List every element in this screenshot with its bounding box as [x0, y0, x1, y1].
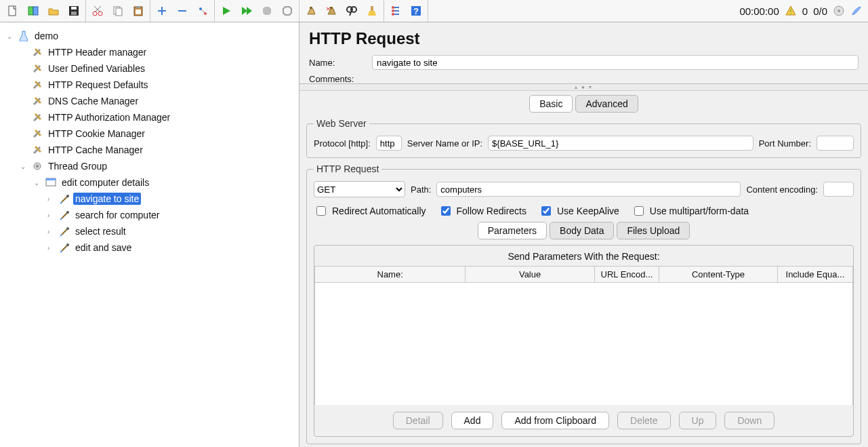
cut-icon[interactable]	[89, 2, 106, 20]
svg-line-70	[62, 229, 67, 235]
search-icon[interactable]	[343, 2, 360, 20]
chevron-right-icon: ›	[47, 195, 56, 203]
add-from-clipboard-button[interactable]: Add from Clipboard	[501, 412, 609, 429]
tree-sampler[interactable]: ›search for computer	[45, 207, 299, 223]
chk-multipart[interactable]: Use multipart/form-data	[632, 204, 749, 218]
pipette-icon	[58, 193, 70, 205]
tree-config-item[interactable]: HTTP Cache Manager	[18, 142, 299, 158]
parameters-rows-empty[interactable]	[314, 283, 853, 405]
method-select[interactable]: GET	[314, 181, 405, 197]
svg-point-45	[838, 9, 840, 12]
encoding-label: Content encoding:	[746, 184, 818, 195]
tree-config-item[interactable]: HTTP Cookie Manager	[18, 125, 299, 142]
port-label: Port Number:	[759, 138, 811, 149]
tree-sampler[interactable]: ›select result	[45, 223, 299, 239]
function-helper-icon[interactable]	[387, 2, 405, 20]
add-button[interactable]: Add	[451, 412, 494, 429]
tree-thread-group[interactable]: ⌄ Thread Group	[18, 158, 299, 174]
start-icon[interactable]	[218, 2, 235, 20]
down-button[interactable]: Down	[724, 412, 774, 429]
chevron-right-icon: ›	[47, 228, 56, 235]
wrench-icon	[31, 144, 43, 156]
path-label: Path:	[411, 184, 431, 195]
tree-sampler[interactable]: ›edit and save	[45, 239, 299, 256]
expand-icon[interactable]	[153, 2, 171, 20]
path-field[interactable]	[436, 182, 741, 197]
chevron-down-icon: ⌄	[7, 33, 15, 40]
name-field[interactable]	[372, 55, 859, 70]
open-icon[interactable]	[45, 2, 62, 20]
tree-test-plan[interactable]: ⌄ demo	[4, 28, 299, 44]
toggle-icon[interactable]	[194, 2, 211, 20]
thread-ratio: 0/0	[813, 5, 827, 17]
protocol-field[interactable]	[376, 136, 402, 151]
port-field[interactable]	[817, 136, 854, 151]
clear-all-icon[interactable]	[323, 2, 340, 20]
wrench-icon	[31, 128, 43, 140]
new-icon[interactable]	[4, 2, 22, 20]
templates-icon[interactable]	[24, 2, 42, 20]
tree-sampler[interactable]: ›navigate to site	[45, 191, 299, 207]
help-icon[interactable]: ?	[407, 2, 425, 20]
svg-rect-14	[136, 9, 141, 14]
parameters-table: Send Parameters With the Request: Name: …	[314, 245, 854, 437]
collapse-grip[interactable]: ▴ ● ▾	[299, 84, 868, 91]
tab-files-upload[interactable]: Files Upload	[617, 222, 690, 239]
toolbar: ? 00:00:00 ! 0 0/0	[0, 0, 868, 22]
clear-icon[interactable]	[302, 2, 320, 20]
svg-line-73	[62, 246, 67, 251]
running-icon	[833, 5, 845, 17]
copy-icon[interactable]	[109, 2, 127, 20]
reset-search-icon[interactable]	[363, 2, 381, 20]
tab-parameters[interactable]: Parameters	[478, 222, 547, 239]
tree-config-item[interactable]: HTTP Authorization Manager	[18, 109, 299, 125]
encoding-field[interactable]	[823, 182, 854, 197]
detail-button[interactable]: Detail	[393, 412, 443, 429]
config-tabs: Basic Advanced	[306, 95, 861, 113]
tree-config-item[interactable]: User Defined Variables	[18, 60, 299, 77]
tree-sidebar[interactable]: ⌄ demo HTTP Header managerUser Defined V…	[0, 22, 299, 447]
svg-marker-25	[283, 7, 291, 15]
tab-advanced[interactable]: Advanced	[575, 95, 638, 113]
delete-button[interactable]: Delete	[617, 412, 670, 429]
shutdown-icon[interactable]	[278, 2, 296, 20]
svg-point-38	[392, 9, 394, 12]
col-content-type[interactable]: Content-Type	[659, 267, 778, 283]
save-icon[interactable]	[65, 2, 83, 20]
chk-keepalive[interactable]: Use KeepAlive	[539, 204, 619, 218]
svg-marker-21	[223, 7, 230, 15]
col-url-encode[interactable]: URL Encod...	[594, 267, 659, 283]
tree-config-item[interactable]: DNS Cache Manager	[18, 93, 299, 109]
svg-marker-22	[242, 7, 247, 15]
collapse-icon[interactable]	[173, 2, 191, 20]
feather-icon	[850, 5, 863, 17]
svg-line-20	[201, 9, 205, 13]
svg-point-39	[392, 13, 394, 16]
paste-icon[interactable]	[129, 2, 147, 20]
svg-rect-26	[310, 7, 312, 9]
col-value[interactable]: Value	[466, 267, 595, 283]
start-no-timers-icon[interactable]	[238, 2, 255, 20]
stop-icon[interactable]	[258, 2, 276, 20]
tab-basic[interactable]: Basic	[529, 95, 573, 113]
server-field[interactable]	[488, 136, 753, 151]
svg-point-74	[66, 244, 69, 246]
svg-rect-27	[330, 7, 333, 9]
svg-text:?: ?	[413, 6, 419, 16]
tree-config-item[interactable]: HTTP Header manager	[18, 44, 299, 60]
tree-controller[interactable]: ⌄ edit computer details	[31, 174, 299, 191]
svg-point-71	[66, 227, 69, 230]
up-button[interactable]: Up	[679, 412, 717, 429]
col-name[interactable]: Name:	[315, 267, 466, 283]
svg-point-61	[36, 165, 39, 168]
svg-rect-33	[371, 6, 373, 11]
tree-config-item[interactable]: HTTP Request Defaults	[18, 77, 299, 93]
tab-body-data[interactable]: Body Data	[550, 222, 614, 239]
chk-redirect-auto[interactable]: Redirect Automatically	[314, 204, 426, 218]
svg-point-72	[60, 235, 62, 237]
protocol-label: Protocol [http]:	[314, 138, 371, 149]
col-include-equals[interactable]: Include Equa...	[777, 267, 852, 283]
svg-rect-1	[28, 7, 33, 15]
chevron-right-icon: ›	[47, 212, 56, 219]
chk-follow-redirects[interactable]: Follow Redirects	[438, 204, 526, 218]
